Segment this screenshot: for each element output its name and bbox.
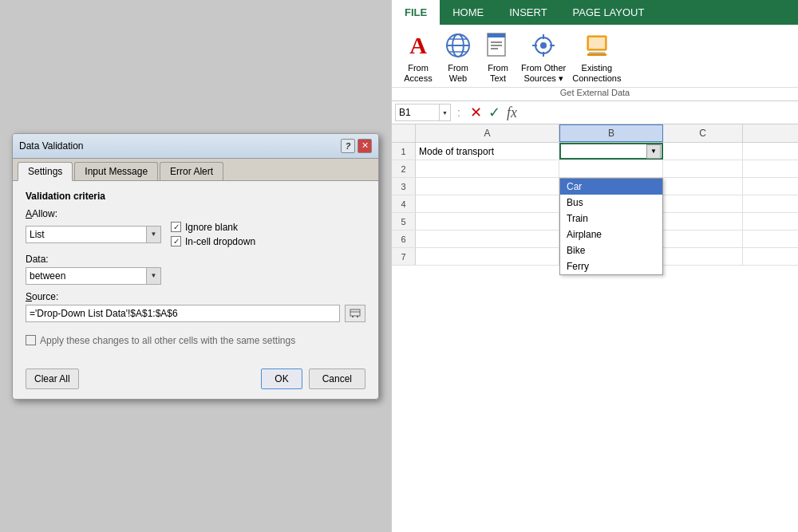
dropdown-item-bus[interactable]: Bus [560, 195, 662, 211]
cancel-button[interactable]: Cancel [309, 368, 365, 389]
col-header-b: B [559, 124, 663, 142]
ribbon-btn-existing[interactable]: ExistingConnections [569, 28, 624, 85]
svg-rect-1 [352, 316, 354, 317]
cell-c3[interactable] [663, 178, 743, 195]
from-web-label: FromWeb [448, 63, 468, 84]
cell-c6[interactable] [663, 231, 743, 247]
svg-rect-0 [350, 309, 360, 316]
ribbon-tab-pagelayout[interactable]: PAGE LAYOUT [560, 0, 658, 25]
ribbon-btn-from-text[interactable]: FromText [478, 28, 518, 85]
ribbon-btn-from-web[interactable]: FromWeb [438, 28, 478, 85]
ribbon-group-title: Get External Data [560, 88, 630, 97]
ignore-blank-checkbox[interactable]: ✓ [171, 222, 181, 232]
ribbon-tabs: FILE HOME INSERT PAGE LAYOUT [392, 0, 798, 25]
dropdown-arrow-b1[interactable]: ▼ [646, 144, 661, 159]
apply-row: Apply these changes to all other cells w… [26, 335, 365, 346]
incell-dropdown-checkbox[interactable]: ✓ [171, 236, 181, 246]
cell-b2[interactable] [559, 160, 663, 177]
ribbon-btn-from-access[interactable]: A FromAccess [398, 28, 438, 85]
formula-input[interactable] [523, 104, 795, 121]
formula-icons: ✕ ✓ fx [467, 104, 520, 121]
cell-a2[interactable] [416, 160, 559, 177]
cell-c7[interactable] [663, 248, 743, 265]
cell-a7[interactable] [416, 248, 559, 265]
svg-rect-23 [587, 53, 606, 56]
ribbon: FILE HOME INSERT PAGE LAYOUT A FromAcces… [392, 0, 798, 101]
formula-separator: : [454, 106, 464, 119]
row-num-6: 6 [392, 231, 416, 247]
spreadsheet: A B C 1 Mode of transport ▼ Car Bus Trai… [392, 124, 798, 532]
allow-select[interactable]: List ▼ [26, 226, 161, 243]
validation-criteria-label: Validation criteria [26, 191, 365, 202]
dropdown-item-bike[interactable]: Bike [560, 242, 662, 258]
source-value: ='Drop-Down List Data'!$A$1:$A$6 [30, 308, 178, 319]
col-header-c: C [663, 124, 743, 142]
ignore-blank-row: ✓ Ignore blank [171, 222, 255, 233]
data-row: between ▼ [26, 267, 365, 285]
incell-dropdown-row: ✓ In-cell dropdown [171, 236, 255, 247]
row-num-4: 4 [392, 195, 416, 212]
apply-label: Apply these changes to all other cells w… [40, 335, 295, 346]
ok-button[interactable]: OK [261, 368, 302, 389]
cell-c4[interactable] [663, 195, 743, 212]
source-browse-button[interactable] [345, 305, 365, 322]
insert-function-icon[interactable]: fx [507, 104, 517, 121]
formula-bar: B1 ▼ : ✕ ✓ fx [392, 101, 798, 124]
incell-dropdown-label: In-cell dropdown [185, 236, 255, 247]
help-button[interactable]: ? [341, 139, 355, 153]
allow-value: List [30, 229, 45, 240]
row-num-7: 7 [392, 248, 416, 265]
cell-c2[interactable] [663, 160, 743, 177]
dialog-footer: Clear All OK Cancel [13, 362, 378, 399]
dropdown-item-ferry[interactable]: Ferry [560, 258, 662, 274]
source-input[interactable]: ='Drop-Down List Data'!$A$1:$A$6 [26, 305, 340, 322]
svg-rect-21 [589, 37, 605, 49]
data-select[interactable]: between ▼ [26, 267, 161, 285]
row-num-2: 2 [392, 160, 416, 177]
ribbon-btn-from-other[interactable]: From OtherSources ▾ [518, 28, 569, 85]
ribbon-tab-file[interactable]: FILE [392, 0, 440, 25]
dropdown-item-airplane[interactable]: Airplane [560, 227, 662, 242]
sheet-column-headers: A B C [392, 124, 798, 143]
tab-error-alert[interactable]: Error Alert [160, 162, 223, 180]
ribbon-tab-insert[interactable]: INSERT [496, 0, 559, 25]
clear-all-button[interactable]: Clear All [26, 368, 79, 389]
connections-icon [581, 30, 613, 61]
data-label: Data: [26, 254, 365, 265]
cell-b1[interactable]: ▼ [559, 143, 663, 160]
from-access-label: FromAccess [404, 63, 432, 84]
ribbon-tab-home[interactable]: HOME [440, 0, 496, 25]
cell-c5[interactable] [663, 213, 743, 230]
allow-row: List ▼ ✓ Ignore blank ✓ In-cell dropdown [26, 222, 365, 247]
row-num-3: 3 [392, 178, 416, 195]
close-button[interactable]: ✕ [358, 139, 372, 153]
dialog-body: Validation criteria AAllow: List ▼ ✓ Ign… [13, 181, 378, 362]
data-select-arrow[interactable]: ▼ [146, 268, 160, 284]
cell-a3[interactable] [416, 178, 559, 195]
allow-select-arrow[interactable]: ▼ [146, 227, 160, 242]
row-num-header [392, 124, 416, 142]
cell-a5[interactable] [416, 213, 559, 230]
tab-input-message[interactable]: Input Message [74, 162, 158, 180]
from-other-label: From OtherSources ▾ [521, 63, 566, 84]
dropdown-item-train[interactable]: Train [560, 211, 662, 227]
apply-checkbox[interactable] [26, 335, 36, 345]
col-header-a: A [416, 124, 559, 142]
cell-a6[interactable] [416, 231, 559, 247]
cell-a1[interactable]: Mode of transport [416, 143, 559, 160]
source-row: ='Drop-Down List Data'!$A$1:$A$6 [26, 305, 365, 322]
tab-settings[interactable]: Settings [18, 162, 73, 181]
right-panel: FILE HOME INSERT PAGE LAYOUT A FromAcces… [391, 0, 798, 532]
dialog-titlebar: Data Validation ? ✕ [13, 134, 378, 159]
cell-reference-box[interactable]: B1 ▼ [395, 104, 451, 121]
data-value: between [30, 270, 65, 282]
cell-a4[interactable] [416, 195, 559, 212]
from-text-label: FromText [488, 63, 508, 84]
cell-ref-dropdown[interactable]: ▼ [439, 104, 450, 120]
dropdown-popup[interactable]: Car Bus Train Airplane Bike Ferry [559, 178, 663, 275]
confirm-formula-icon[interactable]: ✓ [488, 104, 500, 121]
text-icon [482, 30, 514, 61]
dropdown-item-car[interactable]: Car [560, 179, 662, 195]
cancel-formula-icon[interactable]: ✕ [470, 104, 482, 121]
cell-c1[interactable] [663, 143, 743, 160]
